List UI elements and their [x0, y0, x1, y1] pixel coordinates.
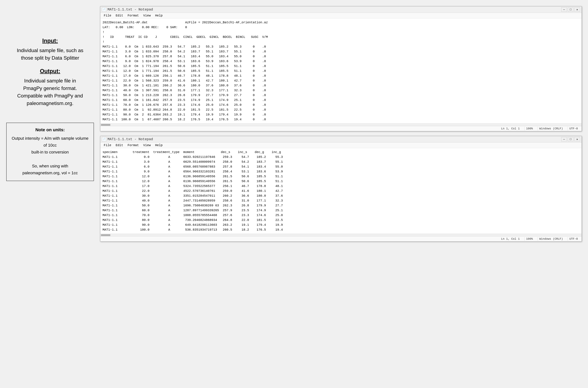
minimize-button-2[interactable]: — [561, 137, 567, 142]
note-body: Output intensity = A/m with sample volum… [10, 135, 90, 176]
note-box: Note on units: Output intensity = A/m wi… [6, 123, 94, 181]
bottom-scrollbar-thumb[interactable] [101, 234, 110, 236]
top-cursor-position: Ln 1, Col 1 [500, 127, 521, 130]
menu-view-2[interactable]: View [141, 143, 153, 148]
output-section: Output: Individual sample file in PmagPy… [6, 68, 94, 107]
top-content-area[interactable]: 2022Deccan_Batch1-AF.dat AzFile = 2022De… [100, 19, 582, 123]
close-button-2[interactable]: ✕ [574, 137, 580, 142]
input-section: Input: Individual sample file, such as t… [6, 38, 94, 62]
menu-format[interactable]: Format [125, 13, 141, 18]
bottom-horizontal-scrollbar[interactable] [100, 234, 582, 236]
menu-help[interactable]: Help [153, 13, 165, 18]
bottom-cursor-position: Ln 1, Col 1 [500, 237, 521, 241]
input-body: Individual sample file, such as those sp… [6, 47, 94, 62]
bottom-titlebar: 📄 MAT1-1.1.txt - Notepad — □ ✕ [100, 136, 582, 143]
top-horizontal-scrollbar[interactable] [100, 123, 582, 126]
top-line-ending: Windows (CRLF) [538, 127, 564, 130]
bottom-content-area[interactable]: specimen treatment treatment_type moment… [100, 148, 582, 234]
input-title: Input: [6, 38, 94, 44]
top-notepad-window: 📄 MAT1-1.1.txt - Notepad — □ ✕ File Edit… [100, 6, 582, 131]
notepad-icon: 📄 [102, 7, 106, 12]
maximize-button[interactable]: □ [568, 7, 573, 12]
bottom-notepad-window: 📄 MAT1-1.1.txt - Notepad — □ ✕ File Edit… [100, 136, 582, 242]
menu-edit-2[interactable]: Edit [114, 143, 125, 148]
output-title: Output: [6, 68, 94, 74]
top-zoom: 100% [524, 127, 535, 130]
close-button[interactable]: ✕ [574, 7, 580, 12]
menu-view[interactable]: View [141, 13, 153, 18]
top-scrollbar-thumb[interactable] [101, 124, 110, 126]
top-titlebar: 📄 MAT1-1.1.txt - Notepad — □ ✕ [100, 6, 582, 13]
maximize-button-2[interactable]: □ [568, 137, 573, 142]
menu-edit[interactable]: Edit [114, 13, 125, 18]
bottom-status-bar: Ln 1, Col 1 100% Windows (CRLF) UTF-8 [100, 236, 582, 242]
top-menu-bar: File Edit Format View Help [100, 13, 582, 19]
note-title: Note on units: [10, 127, 90, 132]
top-window-title: MAT1-1.1.txt - Notepad [107, 8, 153, 12]
notepad-icon-2: 📄 [102, 137, 106, 142]
bottom-zoom: 100% [524, 237, 535, 241]
top-status-bar: Ln 1, Col 1 100% Windows (CRLF) UTF-8 [100, 126, 582, 131]
output-body: Individual sample file in PmagPy generic… [6, 77, 94, 107]
menu-help-2[interactable]: Help [153, 143, 165, 148]
right-panel: 📄 MAT1-1.1.txt - Notepad — □ ✕ File Edit… [100, 6, 582, 382]
bottom-window-title: MAT1-1.1.txt - Notepad [107, 137, 153, 141]
top-encoding: UTF-8 [568, 127, 579, 130]
bottom-window-controls[interactable]: — □ ✕ [561, 137, 580, 142]
top-window-controls[interactable]: — □ ✕ [561, 7, 580, 12]
bottom-line-ending: Windows (CRLF) [538, 237, 564, 241]
bottom-encoding: UTF-8 [568, 237, 579, 241]
menu-file[interactable]: File [101, 13, 114, 18]
minimize-button[interactable]: — [561, 7, 567, 12]
left-panel: Input: Individual sample file, such as t… [6, 6, 94, 382]
menu-format-2[interactable]: Format [125, 143, 141, 148]
bottom-menu-bar: File Edit Format View Help [100, 143, 582, 148]
menu-file-2[interactable]: File [101, 143, 114, 148]
